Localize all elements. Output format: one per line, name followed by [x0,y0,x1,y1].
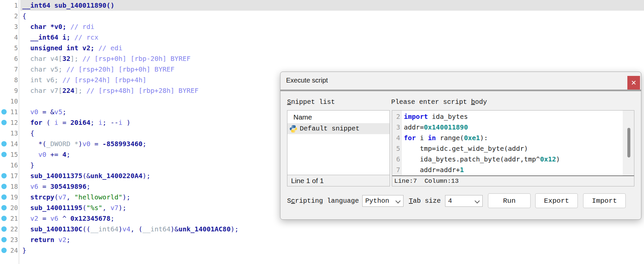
code-segment: sub_140011375 [22,172,82,180]
code-segment: = [38,214,50,222]
code-segment: ) [79,140,82,148]
code-segment: 4 [62,150,66,158]
code-segment: range( [436,134,464,142]
line-code[interactable]: { [20,11,644,21]
code-line[interactable]: 23 return v2; [0,234,644,245]
tab-size-value: 4 [448,197,452,205]
code-segment: v0 [22,150,46,158]
code-segment: ; [62,108,66,116]
snippet-item-label: Default snippet [298,125,360,132]
code-line[interactable]: 5 unsigned int v2; // edi [0,43,644,53]
code-segment: = [38,182,50,190]
code-segment: ; [110,214,114,222]
close-button[interactable]: × [627,76,640,90]
code-segment: v4 [122,225,130,233]
code-segment: = [58,119,70,127]
snippet-list[interactable]: Name Default snippet Line 1 of 1 [287,110,390,186]
editor-scrollbar[interactable] [623,111,634,175]
snippet-list-empty-area[interactable] [287,134,390,175]
line-marker-dot [0,141,9,146]
line-number: 12 [9,119,20,126]
line-code[interactable]: } [20,245,644,256]
import-button[interactable]: Import [583,193,626,208]
code-line[interactable]: 1__int64 sub_140011890() [0,0,644,11]
code-segment: v6 [50,214,58,222]
code-line[interactable]: 6 char v4[32]; // [rsp+0h] [rbp-20h] BYR… [0,53,644,64]
code-line[interactable]: 2{ [0,11,644,21]
code-segment: v0 [22,108,38,116]
line-marker-dot [0,237,9,242]
editor-line-number: 2 [392,111,400,122]
dialog-content: Snippet list Please enter script body Na… [280,91,641,208]
line-code[interactable]: sub_14001130C((__int64)v4, (__int64)&unk… [20,224,644,234]
line-code[interactable]: __int64 i; // rcx [20,32,644,43]
line-code[interactable]: char v4[32]; // [rsp+0h] [rbp-20h] BYREF [20,53,644,64]
chevron-down-icon [475,198,480,203]
code-line[interactable]: 22 sub_14001130C((__int64)v4, (__int64)&… [0,224,644,234]
code-segment: // edi [98,44,122,52]
code-segment: 20i64 [71,119,90,127]
scrollbar-thumb[interactable] [627,128,630,157]
code-segment: // [rsp+24h] [rbp+4h] [62,76,146,84]
line-code[interactable]: return v2; [20,234,644,245]
code-line[interactable]: 24} [0,245,644,256]
tab-size-select[interactable]: 4 [445,195,483,207]
editor-line-number: 3 [392,122,400,132]
code-segment: -858993460 [102,140,142,148]
editor-code-line[interactable]: ida_bytes.patch_byte(addr,tmp^0x12) [404,154,623,164]
code-segment: unk_14001AC80 [179,225,231,233]
line-marker-dot [0,109,9,115]
line-number: 23 [9,236,20,243]
code-segment: tmp=idc.get_wide_byte(addr) [404,144,528,152]
code-segment: 0x12 [540,155,556,163]
code-segment: , [66,193,74,201]
code-segment: ); [231,225,239,233]
snippet-list-name-header[interactable]: Name [287,111,390,123]
editor-cursor-status: Line:7 Column:13 [392,175,634,186]
dialog-titlebar[interactable]: Execute script × [280,72,641,90]
line-code[interactable]: unsigned int v2; // edi [20,43,644,53]
run-button[interactable]: Run [488,193,531,208]
code-segment: ; [86,182,90,190]
line-number: 22 [9,225,20,233]
snippet-list-item[interactable]: Default snippet [287,123,390,134]
code-segment: sub_140011195 [22,204,82,212]
editor-code-line[interactable]: tmp=idc.get_wide_byte(addr) [404,143,623,154]
code-segment: i [54,119,58,127]
code-segment: i [416,134,428,142]
editor-code-line[interactable]: addr=addr+1 [404,164,623,175]
code-segment: __int64 [90,225,118,233]
script-editor: 234567 import ida_bytesaddr=0x140011890f… [392,110,634,186]
code-segment: ; [142,140,146,148]
editor-code-line[interactable]: for i in range(0xe1): [404,132,623,143]
code-segment: ( [82,204,86,212]
code-segment: in [428,134,436,142]
code-segment: , [102,204,110,212]
code-segment: 0xe1 [464,134,480,142]
scripting-language-select[interactable]: Python [362,195,403,207]
export-button[interactable]: Export [535,193,578,208]
code-segment: i [118,119,122,127]
code-segment: int v6; [22,76,62,84]
line-number: 9 [9,87,20,94]
line-number: 10 [9,98,20,105]
code-line[interactable]: 3 char *v0; // rdi [0,21,644,32]
editor-code-area[interactable]: import ida_bytesaddr=0x140011890for i in… [402,111,623,175]
editor-code-line[interactable]: import ida_bytes [404,111,623,122]
code-segment: } [22,246,26,254]
execute-script-dialog: Execute script × Snippet list Please ent… [280,72,641,220]
code-segment: )& [171,225,179,233]
line-code[interactable]: __int64 sub_140011890() [20,0,644,11]
line-number: 5 [9,44,20,52]
dialog-title: Execute script [286,77,328,84]
code-line[interactable]: 4 __int64 i; // rcx [0,32,644,43]
code-segment: __int64 i; [22,33,75,41]
snippet-list-label: Snippet list [287,98,391,106]
editor-code-line[interactable]: addr=0x140011890 [404,122,623,132]
line-code[interactable]: char *v0; // rdi [20,21,644,32]
line-number: 7 [9,66,20,73]
code-segment: (( [82,225,90,233]
code-segment: _DWORD * [46,140,78,148]
code-segment: = [90,140,102,148]
code-segment: ); [122,193,130,201]
